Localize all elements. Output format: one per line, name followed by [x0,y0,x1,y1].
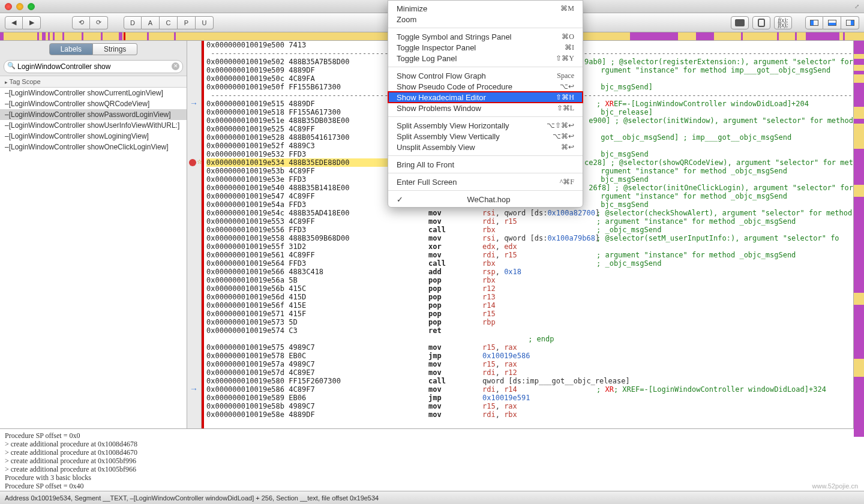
code-line[interactable]: 0x000000010019e57d 4C89E7movrdi, r12 [206,368,853,377]
close-icon[interactable] [5,3,12,10]
search-box: 🔍 ✕ [4,60,183,73]
gutter[interactable]: →→☆→ [187,41,202,428]
menu-shortcut: ⌘↩ [561,143,574,152]
code-line[interactable]: 0x000000010019e580 FF15F2607300callqword… [206,377,853,385]
zoom-icon[interactable] [28,3,35,10]
label-row[interactable]: –[LoginWindowController showQRCodeView] [0,98,187,109]
label-row[interactable]: –[LoginWindowController showPasswordLogi… [0,109,187,120]
menu-item[interactable]: Show Problems Window⇧⌘L [388,103,583,113]
menu-separator [388,67,583,67]
code-line[interactable]: 0x000000010019e56f 415Epopr14 [206,301,853,310]
type-d-button[interactable]: D [124,16,142,29]
minimize-icon[interactable] [16,3,23,10]
fullscreen-icon[interactable]: ⤢ [854,3,859,10]
code-line[interactable]: 0x000000010019e578 EB0Cjmp0x10019e586 [206,352,853,360]
nav-back-button[interactable]: ◀ [5,16,23,29]
menu-item[interactable]: Split Assembly View Horizontally⌥⇧⌘↩ [388,120,583,131]
menu-item[interactable]: Show Hexadecimal Editor⇧⌘H [388,92,583,103]
log-line: Procedure SP offset = 0x40 [5,482,859,490]
pane-left-button[interactable] [805,16,823,29]
menu-item[interactable]: Show Pseudo Code of Procedure⌥↩ [388,81,583,92]
sidebar: Labels Strings 🔍 ✕ Tag Scope –[LoginWind… [0,41,187,428]
menu-item[interactable]: Toggle Inspector Panel⌘I [388,42,583,53]
code-line[interactable]: 0x000000010019e58b 4989C7movr15, rax [206,402,853,410]
menu-item[interactable]: Enter Full Screen^⌘F [388,176,583,187]
nav-forward-button[interactable]: ▶ [23,16,41,29]
code-line[interactable]: 0x000000010019e571 415Fpopr15 [206,310,853,318]
menu-separator [388,173,583,173]
code-line[interactable]: 0x000000010019e573 5Dpoprbp [206,318,853,326]
menu-item-label: Show Pseudo Code of Procedure [397,82,512,91]
label-row[interactable]: –[LoginWindowController showOneClickLogi… [0,142,187,152]
breakpoint-icon[interactable] [189,159,196,166]
db-button[interactable] [752,16,770,29]
chip-button[interactable] [731,16,749,29]
code-line[interactable]: 0x000000010019e586 4C89F7movrdi, r14; XR… [206,385,853,394]
menu-item[interactable]: Show Control Flow GraphSpace [388,70,583,81]
type-a-button[interactable]: A [142,16,160,29]
code-line[interactable]: 0x000000010019e556 FFD3callrbx; _objc_ms… [206,226,853,234]
pane-right-button[interactable] [841,16,859,29]
menu-item[interactable]: Toggle Log Panel⇧⌘Y [388,53,583,64]
code-line[interactable]: 0x000000010019e558 488B3509B68D00movrsi,… [206,234,853,242]
context-menu: Minimize⌘MZoomToggle Symbol and Strings … [388,0,583,208]
code-line[interactable]: 0x000000010019e561 4C89FFmovrdi, r15; ar… [206,251,853,259]
label-row[interactable]: –[LoginWindowController showLoginingView… [0,131,187,142]
menu-separator [388,155,583,156]
menu-item-label: Unsplit Assembly View [397,143,475,152]
tab-labels[interactable]: Labels [49,43,93,55]
code-line[interactable]: 0x000000010019e574 C3ret [206,326,853,335]
redo-button[interactable]: ⟳ [90,16,108,29]
code-line[interactable]: 0x000000010019e566 4883C418addrsp, 0x18 [206,268,853,276]
menu-separator [388,116,583,117]
label-row[interactable]: –[LoginWindowController showUserInfoView… [0,120,187,131]
code-line[interactable]: 0x000000010019e589 EB06jmp0x10019e591 [206,394,853,402]
menu-item-label: Show Hexadecimal Editor [397,93,486,102]
pane-bottom-button[interactable] [823,16,841,29]
type-group: D A C P U [124,16,214,29]
undo-button[interactable]: ⟲ [72,16,90,29]
type-c-button[interactable]: C [160,16,178,29]
menu-separator [388,28,583,28]
clear-icon[interactable]: ✕ [172,62,179,70]
code-line[interactable]: 0x000000010019e55f 31D2xoredx, edx [206,242,853,251]
fx-icon: f(x);f(x); [778,18,788,28]
menu-item[interactable]: Bring All to Front [388,159,583,170]
menu-item[interactable]: WeChat.hop [388,194,583,205]
label-row[interactable]: –[LoginWindowController showCurrentLogin… [0,88,187,98]
menu-shortcut: ⇧⌘H [556,93,574,102]
tab-strings[interactable]: Strings [93,43,137,55]
menu-item-label: Enter Full Screen [397,178,457,187]
code-line[interactable]: 0x000000010019e57a 4989C7movr15, rax [206,360,853,368]
menu-item[interactable]: Toggle Symbol and Strings Panel⌘O [388,31,583,42]
menu-shortcut: ⌥↩ [560,82,574,91]
menu-item[interactable]: Zoom [388,14,583,25]
menu-shortcut: ⇧⌘Y [556,54,574,63]
tag-scope[interactable]: Tag Scope [0,76,187,88]
menu-item-label: Split Assembly View Horizontally [397,121,509,130]
menu-shortcut: ⌥⇧⌘↩ [547,121,574,130]
fx-button[interactable]: f(x);f(x); [774,16,792,29]
code-line[interactable]: 0x000000010019e56b 415Cpopr12 [206,284,853,293]
menu-item[interactable]: Split Assembly View Vertically⌥⌘↩ [388,131,583,142]
menu-shortcut: Space [557,71,574,80]
code-line[interactable]: 0x000000010019e58e 4889DFmovrdi, rbx [206,410,853,419]
minimap[interactable] [853,41,864,428]
type-p-button[interactable]: P [178,16,196,29]
menu-item[interactable]: Minimize⌘M [388,3,583,14]
log-line: > create additional procedure at 0x1008d… [5,440,859,448]
code-line[interactable]: 0x000000010019e575 4989C7movr15, rax [206,343,853,352]
type-u-button[interactable]: U [196,16,214,29]
labels-list[interactable]: –[LoginWindowController showCurrentLogin… [0,88,187,428]
search-input[interactable] [4,60,183,73]
code-line[interactable]: 0x000000010019e56d 415Dpopr13 [206,293,853,301]
log-line: Procedure with 3 basic blocks [5,473,859,482]
chip-icon [735,19,745,26]
code-line[interactable]: 0x000000010019e564 FFD3callrbx; _objc_ms… [206,259,853,268]
log-panel[interactable]: Procedure SP offset = 0x0> create additi… [0,428,864,491]
code-line[interactable]: 0x000000010019e56a 5Bpoprbx [206,276,853,284]
menu-item[interactable]: Unsplit Assembly View⌘↩ [388,142,583,152]
code-line[interactable]: 0x000000010019e54c 488B35AD418E00movrsi,… [206,209,853,217]
code-line[interactable]: 0x000000010019e553 4C89FFmovrdi, r15; ar… [206,217,853,226]
db-icon [758,19,765,27]
